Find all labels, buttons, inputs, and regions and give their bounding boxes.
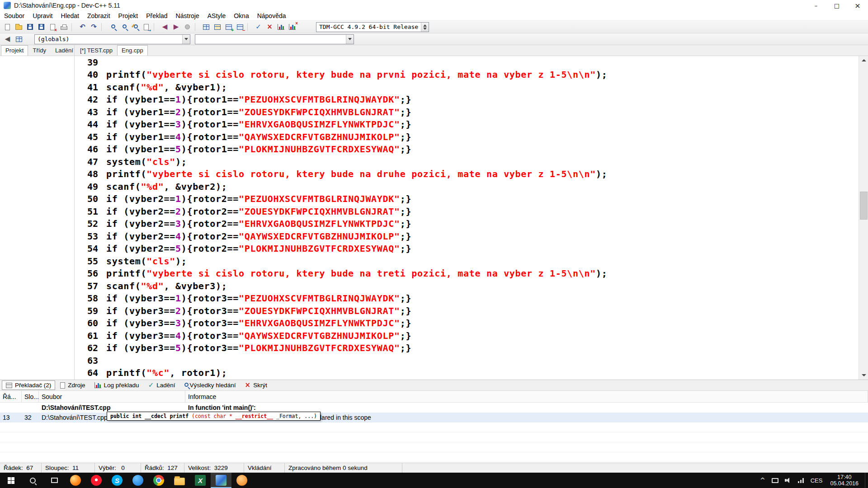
menu-item-astyle[interactable]: AStyle	[203, 11, 230, 20]
open-project-button[interactable]	[212, 22, 223, 33]
tray-volume-button[interactable]	[782, 473, 795, 488]
find-in-files-button[interactable]	[118, 22, 129, 33]
new-file-button[interactable]	[2, 22, 13, 33]
menu-item-nastroje[interactable]: Nástroje	[172, 11, 203, 20]
editor-vertical-scrollbar[interactable]	[859, 56, 868, 380]
editor-tab-eng-cpp[interactable]: Eng.cpp	[117, 45, 148, 56]
jump-to-declaration-button[interactable]: ◀	[2, 34, 13, 45]
line-number: 57	[75, 281, 104, 291]
close-file-button[interactable]	[47, 22, 58, 33]
globals-select[interactable]: (globals)	[34, 34, 190, 44]
column-header-ra[interactable]: Řá...	[0, 391, 22, 402]
toolbar-separator	[154, 23, 157, 31]
profile-button[interactable]	[275, 22, 287, 33]
column-header-informace[interactable]: Informace	[185, 391, 868, 402]
taskbar-app-firefox[interactable]	[65, 473, 86, 488]
column-header-slo[interactable]: Slo...	[22, 391, 39, 402]
search-button[interactable]	[22, 473, 43, 488]
clock-date: 05.04.2016	[830, 480, 859, 487]
column-header-soubor[interactable]: Soubor	[39, 391, 185, 402]
clean-button[interactable]: ×	[264, 22, 275, 33]
status-column: Sloupec: 11	[42, 463, 95, 473]
new-project-button[interactable]	[200, 22, 212, 33]
language-indicator[interactable]: CES	[807, 473, 826, 488]
code-line: 61if (vyber3==4){rotor3=="QAYWSXEDCRFVTG…	[75, 329, 859, 342]
task-view-button[interactable]	[43, 473, 65, 488]
goto-line-button[interactable]	[141, 22, 152, 33]
close-button[interactable]: ×	[847, 0, 868, 11]
taskbar-app-messenger[interactable]	[127, 473, 148, 488]
bottom-tab-vysledky-hledani[interactable]: Výsledky hledání	[180, 380, 240, 390]
menu-item-hledat[interactable]: Hledat	[57, 11, 83, 20]
tray-network-button[interactable]	[795, 473, 807, 488]
maximize-button[interactable]: □	[826, 0, 847, 11]
compiler-select[interactable]: TDM-GCC 4.9.2 64-bit Release	[316, 22, 429, 32]
menu-item-zobrazit[interactable]: Zobrazit	[83, 11, 114, 20]
close-icon: ×	[854, 1, 860, 10]
start-button[interactable]	[0, 473, 22, 488]
taskbar-app-opera[interactable]	[86, 473, 107, 488]
globals-select-arrow[interactable]	[182, 35, 190, 44]
taskbar-app-skype[interactable]	[107, 473, 127, 488]
remove-from-project-button[interactable]	[234, 22, 245, 33]
code-area[interactable]: 3940printf("vyberte si cislo rotoru, kte…	[75, 56, 859, 380]
save-button[interactable]	[24, 22, 36, 33]
menu-item-okna[interactable]: Okna	[230, 11, 253, 20]
bottom-tab-ladeni[interactable]: ✓Ladění	[144, 380, 179, 390]
compiler-select-spinner[interactable]	[421, 23, 429, 32]
taskbar-app-excel[interactable]	[190, 473, 211, 488]
line-number: 47	[75, 156, 104, 167]
back-icon: ◀	[162, 23, 168, 30]
save-all-button[interactable]	[36, 22, 47, 33]
code-text: system("cls");	[104, 156, 187, 167]
bottom-tab-log-prekladu[interactable]: Log překladu	[90, 380, 143, 390]
function-signature-tooltip: public int __cdecl printf (const char * …	[107, 412, 321, 421]
open-file-button[interactable]	[13, 22, 24, 33]
table-row[interactable]: D:\Stahování\TEST.cpp In function 'int m…	[0, 403, 868, 413]
code-editor[interactable]: 3940printf("vyberte si cislo rotoru, kte…	[75, 56, 868, 380]
redo-button[interactable]: ↷	[88, 22, 99, 33]
members-select[interactable]	[195, 34, 354, 44]
taskbar-app-chrome[interactable]	[148, 473, 169, 488]
save-icon	[27, 24, 33, 30]
forward-button[interactable]: ▶	[170, 22, 182, 33]
taskbar-app-file-explorer[interactable]	[169, 473, 190, 488]
editor-tab-test-cpp[interactable]: [*] TEST.cpp	[75, 45, 117, 56]
compile-button[interactable]: ✓	[253, 22, 264, 33]
find-button[interactable]	[107, 22, 118, 33]
tray-pc-button[interactable]	[769, 473, 782, 488]
scrollbar-thumb[interactable]	[860, 192, 868, 220]
status-insert-mode: Vkládání	[244, 463, 285, 473]
show-desktop-button[interactable]	[865, 473, 868, 488]
menu-item-preklad[interactable]: Překlad	[142, 11, 171, 20]
back-button[interactable]: ◀	[159, 22, 170, 33]
scroll-up-button[interactable]	[859, 56, 868, 65]
taskbar-app-media-player[interactable]	[231, 473, 252, 488]
chevron-down-icon	[348, 38, 352, 40]
left-tab-projekt[interactable]: Projekt	[1, 45, 28, 56]
menu-item-napoveda[interactable]: Nápověda	[253, 11, 290, 20]
scroll-down-button[interactable]	[859, 371, 868, 380]
tray-expand-button[interactable]: ^	[757, 473, 769, 488]
print-button[interactable]	[58, 22, 70, 33]
replace-button[interactable]	[129, 22, 141, 33]
delete-profiling-button[interactable]	[287, 22, 298, 33]
menu-item-soubor[interactable]: Soubor	[0, 11, 28, 20]
members-select-arrow[interactable]	[346, 35, 354, 44]
minimize-button[interactable]: –	[806, 0, 826, 11]
taskbar-app-dev-cpp[interactable]	[211, 473, 231, 488]
bottom-tab-zdroje[interactable]: Zdroje	[56, 380, 89, 390]
bottom-tab-prekladac-2[interactable]: Překladač (2)	[2, 380, 55, 390]
menu-item-upravit[interactable]: Upravit	[28, 11, 57, 20]
undo-button[interactable]: ↶	[77, 22, 88, 33]
left-tab-tridy[interactable]: Třídy	[28, 45, 51, 56]
add-to-project-button[interactable]	[223, 22, 234, 33]
menu-item-projekt[interactable]: Projekt	[114, 11, 142, 20]
left-tab-ladeni[interactable]: Ladění	[51, 45, 78, 56]
jump-to-implementation-button[interactable]	[13, 34, 24, 45]
bottom-tab-skryt[interactable]: ×Skrýt	[241, 380, 271, 390]
stop-button[interactable]	[182, 22, 193, 33]
bottom-tab-label: Výsledky hledání	[190, 382, 236, 389]
tray-volume-icon	[785, 478, 792, 483]
clock[interactable]: 17:40 05.04.2016	[826, 474, 863, 487]
